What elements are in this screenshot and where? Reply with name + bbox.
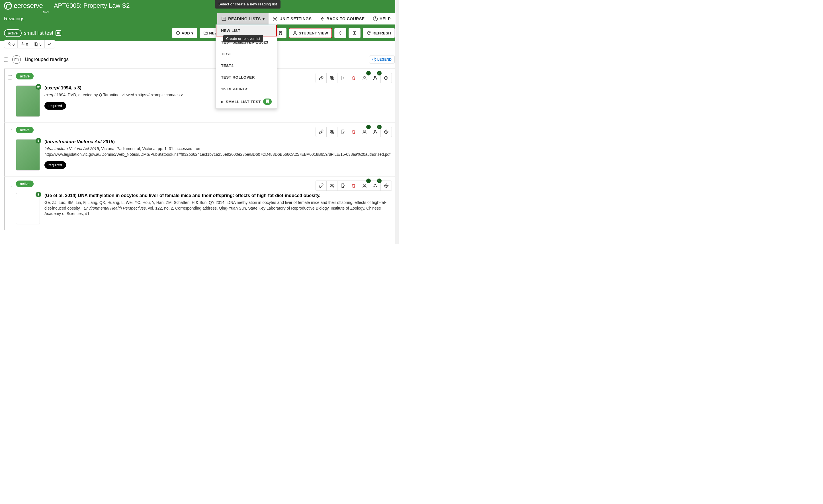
- stat-downloads[interactable]: 0: [18, 40, 31, 48]
- move-action[interactable]: [381, 181, 391, 190]
- dropdown-item-current[interactable]: ▶ SMALL LIST TEST: [216, 95, 277, 109]
- reading-thumbnail[interactable]: [16, 139, 40, 171]
- delete-action[interactable]: [348, 181, 359, 190]
- folder-plus-icon: [203, 31, 208, 35]
- svg-point-24: [364, 76, 365, 78]
- collapse-button[interactable]: [334, 28, 346, 38]
- arrow-left-icon: [320, 16, 325, 21]
- user-action[interactable]: 0: [359, 181, 370, 190]
- reading-thumbnail[interactable]: [16, 193, 40, 224]
- dropdown-item[interactable]: TEST SEMESTER 1 2023: [216, 36, 277, 48]
- hide-action[interactable]: [327, 181, 337, 190]
- edit-action[interactable]: [337, 127, 348, 137]
- list-icon: [221, 16, 226, 21]
- reading-checkbox[interactable]: [8, 75, 12, 79]
- gear-icon: [273, 16, 278, 21]
- svg-point-36: [364, 184, 365, 186]
- video-icon: [36, 84, 41, 90]
- reading-lists-button[interactable]: Select or create a new reading list READ…: [217, 13, 269, 24]
- delete-action[interactable]: [348, 127, 359, 137]
- new-list-label: NEW LIST: [221, 28, 240, 33]
- dropdown-item[interactable]: 1K READINGS: [216, 83, 277, 95]
- logo-sub: plus: [43, 10, 49, 14]
- refresh-icon: [366, 31, 371, 35]
- logo-brand: ereserve: [17, 2, 43, 9]
- bookmark-icon[interactable]: [55, 30, 61, 36]
- reading-lists-tooltip: Select or create a new reading list: [215, 0, 281, 9]
- hide-action[interactable]: [327, 127, 337, 137]
- list-status-pill: active: [4, 29, 22, 37]
- plus-circle-icon: [176, 31, 180, 35]
- svg-point-14: [294, 32, 296, 33]
- student-view-button[interactable]: STUDENT VIEW: [289, 28, 332, 38]
- reading-actions: 0 0: [316, 73, 392, 83]
- user-down-action[interactable]: 0: [370, 73, 381, 83]
- reading-item: active 0 0 (Infrastructure Victoria Act …: [4, 123, 395, 176]
- svg-point-25: [374, 76, 376, 78]
- user-action[interactable]: 0: [359, 73, 370, 83]
- refresh-label: REFRESH: [372, 31, 391, 35]
- move-action[interactable]: [381, 73, 391, 83]
- reading-checkbox[interactable]: [8, 183, 12, 187]
- app-header: eereserve plus APT6005: Property Law S2 …: [0, 0, 399, 41]
- group-checkbox[interactable]: [4, 57, 8, 62]
- hide-action[interactable]: [327, 73, 337, 83]
- document-icon: [36, 192, 41, 197]
- chevron-down-icon: ▾: [263, 16, 265, 21]
- reading-lists-label: READING LISTS: [228, 16, 261, 21]
- logo: eereserve plus: [4, 2, 50, 10]
- svg-rect-38: [38, 193, 39, 196]
- current-list-label: SMALL LIST TEST: [226, 100, 261, 104]
- edit-action[interactable]: [337, 73, 348, 83]
- reading-title[interactable]: (Infrastructure Victoria Act 2015): [44, 139, 392, 144]
- group-title: Ungrouped readings: [25, 57, 68, 62]
- svg-point-4: [275, 18, 276, 20]
- delete-action[interactable]: [348, 73, 359, 83]
- help-icon: [373, 16, 378, 21]
- stat-users[interactable]: 0: [4, 40, 18, 48]
- status-pill: active: [16, 127, 34, 133]
- move-action[interactable]: [381, 127, 391, 137]
- user-down-action[interactable]: 0: [370, 181, 381, 190]
- link-action[interactable]: [316, 127, 327, 137]
- content: Ungrouped readings LEGEND active 0 0: [0, 48, 399, 230]
- help-button[interactable]: HELP: [369, 13, 395, 24]
- legend-label: LEGEND: [377, 57, 391, 61]
- document-icon: [36, 138, 41, 144]
- reading-checkbox[interactable]: [8, 129, 12, 133]
- logo-swirl-icon: [4, 2, 12, 10]
- legend-button[interactable]: LEGEND: [369, 55, 395, 63]
- refresh-button[interactable]: REFRESH: [363, 28, 395, 38]
- edit-action[interactable]: [337, 181, 348, 190]
- reading-title[interactable]: (Ge et al. 2014) DNA methylation in oocy…: [44, 193, 392, 198]
- svg-rect-26: [37, 86, 39, 88]
- info-icon: [372, 57, 376, 61]
- user-icon: [293, 31, 297, 35]
- user-down-action[interactable]: 0: [370, 127, 381, 137]
- add-button[interactable]: ADD ▾: [172, 28, 197, 38]
- expand-button[interactable]: [349, 28, 360, 38]
- back-to-course-button[interactable]: BACK TO COURSE: [316, 13, 368, 24]
- svg-point-15: [9, 43, 10, 44]
- dropdown-new-list[interactable]: NEW LIST Create or rollover list: [216, 25, 277, 36]
- stats-bar: 0 0 5: [4, 40, 55, 48]
- reading-thumbnail[interactable]: [16, 86, 40, 117]
- required-tag: required: [44, 102, 66, 110]
- dropdown-item[interactable]: TEST4: [216, 60, 277, 71]
- folder-icon: [12, 55, 21, 64]
- link-action[interactable]: [316, 181, 327, 190]
- dropdown-item[interactable]: TEST: [216, 48, 277, 60]
- stat-pages[interactable]: 5: [31, 40, 44, 48]
- user-icon: [7, 42, 12, 46]
- unit-settings-button[interactable]: UNIT SETTINGS: [269, 13, 316, 24]
- collapse-icon: [338, 31, 343, 35]
- dropdown-item[interactable]: TEST ROLLOVER: [216, 71, 277, 83]
- user-action[interactable]: 0: [359, 127, 370, 137]
- reading-actions: 0 0: [316, 127, 392, 137]
- add-label: ADD: [182, 31, 190, 35]
- scrollbar[interactable]: [395, 0, 399, 244]
- reading-item: active 0 0 (exerpt 1994, s 3) exerp: [4, 68, 395, 123]
- link-action[interactable]: [316, 73, 327, 83]
- stat-chart[interactable]: [45, 40, 55, 48]
- toolbar: ADD ▾ NEW GROUP EXPORT ▾ STUDENT VIEW: [172, 28, 395, 38]
